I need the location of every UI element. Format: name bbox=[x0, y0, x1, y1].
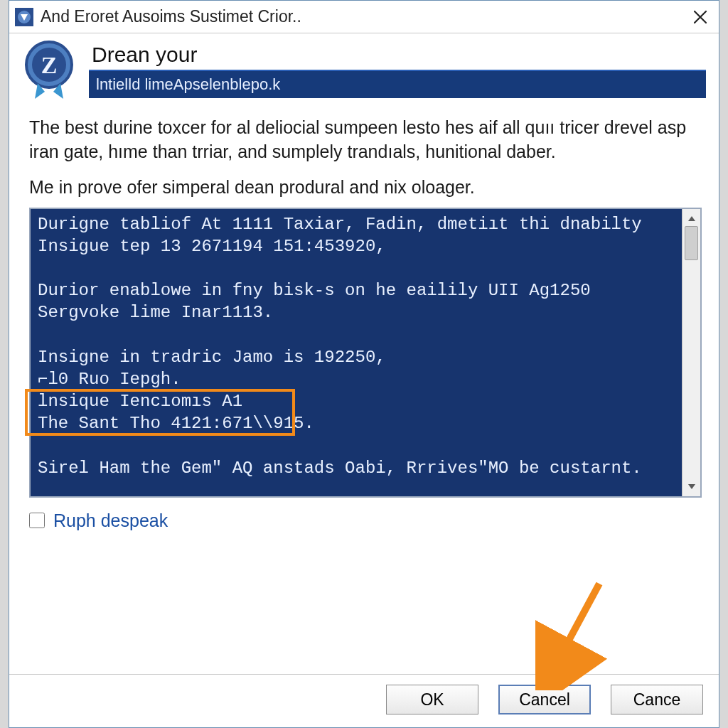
header-subtitle: lntielld limeApselenblepo.k bbox=[89, 70, 706, 98]
scroll-thumb[interactable] bbox=[685, 226, 698, 260]
ok-button[interactable]: OK bbox=[386, 685, 478, 714]
ruph-checkbox[interactable] bbox=[29, 513, 45, 528]
dialog-body: The best durine toxcer for al deliocial … bbox=[9, 100, 719, 674]
checkbox-row: Ruph despeak bbox=[29, 510, 702, 531]
scroll-down-icon[interactable] bbox=[685, 481, 698, 493]
cancel-button[interactable]: Cancel bbox=[498, 685, 591, 714]
description-2: Me in prove ofer simperal dean produral … bbox=[29, 177, 702, 198]
header-title: Drean your bbox=[89, 43, 706, 67]
titlebar: And Eroret Ausoims Sustimet Crior.. bbox=[9, 1, 719, 33]
dialog-footer: OK Cancel Cance bbox=[9, 674, 719, 727]
cance-button[interactable]: Cance bbox=[611, 685, 703, 714]
badge-icon: Z bbox=[22, 41, 76, 100]
scroll-track[interactable] bbox=[682, 225, 700, 481]
scroll-up-icon[interactable] bbox=[685, 212, 698, 225]
description-1: The best durine toxcer for al deliocial … bbox=[29, 116, 702, 164]
console-output: Durigne tabliof At 1111 Taxiar, Fadin, d… bbox=[31, 209, 682, 496]
checkbox-label[interactable]: Ruph despeak bbox=[53, 510, 168, 531]
app-icon bbox=[15, 8, 33, 26]
console-panel: Durigne tabliof At 1111 Taxiar, Fadin, d… bbox=[29, 208, 702, 498]
scrollbar[interactable] bbox=[682, 209, 700, 496]
header-texts: Drean your lntielld limeApselenblepo.k bbox=[89, 43, 706, 98]
dialog-window: And Eroret Ausoims Sustimet Crior.. Z Dr… bbox=[9, 0, 719, 728]
window-title: And Eroret Ausoims Sustimet Crior.. bbox=[41, 7, 679, 26]
svg-text:Z: Z bbox=[41, 52, 58, 78]
close-button[interactable] bbox=[686, 3, 714, 31]
dialog-header: Z Drean your lntielld limeApselenblepo.k bbox=[9, 33, 719, 100]
